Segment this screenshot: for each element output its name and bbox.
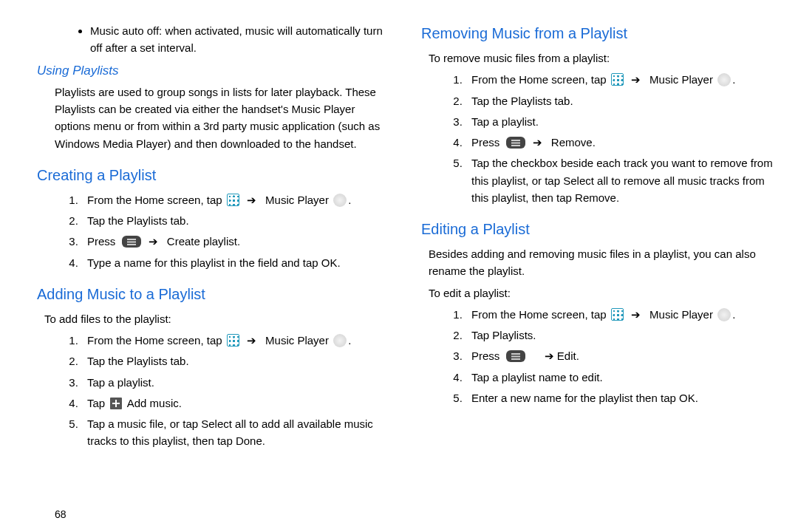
intro-text: To add files to the playlist: (44, 310, 392, 327)
left-column: Music auto off: when activated, music wi… (37, 22, 392, 532)
step-text: From the Home screen, tap (87, 334, 222, 347)
step-text: Press (87, 235, 115, 248)
step-text: Add music. (127, 397, 182, 409)
paragraph: Playlists are used to group songs in lis… (55, 83, 392, 152)
paragraph: Besides adding and removing music files … (429, 245, 776, 280)
page-number: 68 (55, 507, 66, 523)
bullet-item: Music auto off: when activated, music wi… (90, 22, 392, 57)
step-text: Press (471, 349, 499, 362)
apps-grid-icon (227, 334, 239, 347)
step-text: From the Home screen, tap (471, 73, 607, 86)
step: Tap Playlists. (466, 327, 776, 344)
heading-removing-music: Removing Music from a Playlist (421, 22, 776, 45)
music-player-icon (717, 73, 731, 86)
step: Press ➔ Create playlist. (81, 233, 392, 250)
step: From the Home screen, tap ➔ Music Player… (81, 191, 392, 208)
music-player-icon (717, 308, 731, 321)
arrow-icon: ➔ (149, 235, 158, 248)
step: Tap the Playlists tab. (466, 92, 776, 109)
heading-adding-music: Adding Music to a Playlist (37, 283, 392, 306)
menu-button-icon (506, 350, 525, 362)
step: Tap the Playlists tab. (81, 212, 392, 229)
heading-editing-playlist: Editing a Playlist (421, 218, 776, 241)
steps-creating: From the Home screen, tap ➔ Music Player… (37, 191, 392, 271)
step: Tap the Playlists tab. (81, 352, 392, 369)
steps-editing: From the Home screen, tap ➔ Music Player… (421, 306, 776, 406)
apps-grid-icon (227, 194, 239, 206)
step-text: From the Home screen, tap (87, 194, 222, 206)
step: Type a name for this playlist in the fie… (81, 254, 392, 271)
step: From the Home screen, tap ➔ Music Player… (466, 71, 776, 88)
step-text: Music Player (265, 194, 329, 206)
arrow-icon: ➔ (545, 349, 554, 362)
music-player-icon (333, 334, 347, 347)
step-text: Music Player (649, 308, 713, 321)
step: Tap a playlist name to edit. (466, 369, 776, 386)
step-text: Edit. (557, 349, 579, 362)
step-text: From the Home screen, tap (471, 308, 607, 321)
step: Tap a music file, or tap Select all to a… (81, 415, 392, 450)
step-text: Press (471, 136, 499, 149)
intro-text: To edit a playlist: (429, 284, 776, 301)
arrow-icon: ➔ (631, 73, 641, 86)
step: Tap Add music. (81, 395, 392, 412)
page: Music auto off: when activated, music wi… (0, 0, 798, 532)
plus-icon (110, 398, 122, 409)
right-column: Removing Music from a Playlist To remove… (421, 22, 776, 532)
step: Press ➔ Edit. (466, 347, 776, 364)
heading-creating-playlist: Creating a Playlist (37, 164, 392, 187)
menu-button-icon (506, 137, 525, 149)
arrow-icon: ➔ (533, 136, 542, 149)
menu-button-icon (122, 236, 141, 248)
step: Enter a new name for the playlist then t… (466, 389, 776, 406)
heading-using-playlists: Using Playlists (37, 61, 392, 81)
step: Tap the checkbox beside each track you w… (466, 154, 776, 206)
step-text: Music Player (649, 73, 713, 86)
step-text: Remove. (551, 136, 596, 149)
step-text: Create playlist. (167, 235, 240, 248)
intro-text: To remove music files from a playlist: (429, 50, 776, 66)
step: Press ➔ Remove. (466, 134, 776, 151)
step-text: Music Player (265, 334, 329, 347)
apps-grid-icon (611, 308, 624, 321)
step: Tap a playlist. (81, 374, 392, 391)
steps-removing: From the Home screen, tap ➔ Music Player… (421, 71, 776, 206)
apps-grid-icon (611, 73, 624, 86)
step: From the Home screen, tap ➔ Music Player… (466, 306, 776, 323)
steps-adding: From the Home screen, tap ➔ Music Player… (37, 332, 392, 450)
step: From the Home screen, tap ➔ Music Player… (81, 332, 392, 349)
arrow-icon: ➔ (247, 194, 256, 206)
bullet-list: Music auto off: when activated, music wi… (37, 22, 392, 57)
arrow-icon: ➔ (247, 334, 256, 347)
music-player-icon (333, 194, 347, 207)
arrow-icon: ➔ (631, 308, 641, 321)
step-text: Tap (87, 397, 105, 409)
step: Tap a playlist. (466, 113, 776, 130)
